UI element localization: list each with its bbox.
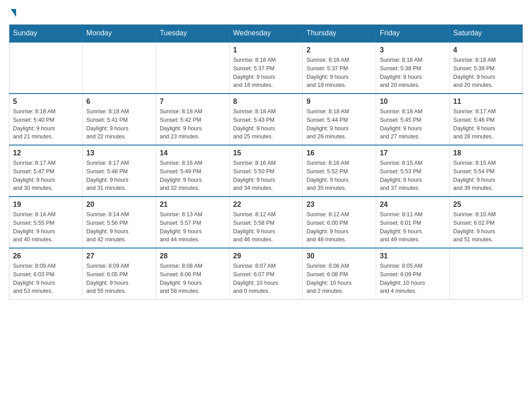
weekday-header-friday: Friday — [376, 25, 450, 43]
calendar-header: SundayMondayTuesdayWednesdayThursdayFrid… — [9, 25, 523, 43]
day-number: 3 — [380, 46, 446, 54]
weekday-header-wednesday: Wednesday — [229, 25, 303, 43]
day-info: Sunrise: 8:18 AMSunset: 5:43 PMDaylight:… — [233, 107, 299, 141]
day-number: 18 — [453, 149, 519, 157]
day-info: Sunrise: 8:12 AMSunset: 5:58 PMDaylight:… — [233, 210, 299, 244]
calendar-body: 1Sunrise: 8:18 AMSunset: 5:37 PMDaylight… — [9, 42, 523, 300]
calendar-cell — [9, 42, 83, 94]
calendar-cell: 3Sunrise: 8:18 AMSunset: 5:38 PMDaylight… — [376, 42, 450, 94]
day-info: Sunrise: 8:11 AMSunset: 6:01 PMDaylight:… — [380, 210, 446, 244]
day-info: Sunrise: 8:14 AMSunset: 5:56 PMDaylight:… — [86, 210, 152, 244]
calendar-cell: 5Sunrise: 8:18 AMSunset: 5:40 PMDaylight… — [9, 94, 83, 145]
calendar-cell: 26Sunrise: 8:09 AMSunset: 6:03 PMDayligh… — [9, 248, 83, 300]
calendar-week-row: 26Sunrise: 8:09 AMSunset: 6:03 PMDayligh… — [9, 248, 523, 300]
day-info: Sunrise: 8:15 AMSunset: 5:53 PMDaylight:… — [380, 159, 446, 193]
day-info: Sunrise: 8:12 AMSunset: 6:00 PMDaylight:… — [306, 210, 372, 244]
calendar-cell: 21Sunrise: 8:13 AMSunset: 5:57 PMDayligh… — [156, 197, 229, 248]
weekday-header-thursday: Thursday — [303, 25, 376, 43]
calendar-cell: 30Sunrise: 8:06 AMSunset: 6:08 PMDayligh… — [303, 248, 376, 300]
weekday-header-tuesday: Tuesday — [156, 25, 229, 43]
day-info: Sunrise: 8:05 AMSunset: 6:09 PMDaylight:… — [380, 262, 446, 295]
day-number: 10 — [380, 98, 446, 106]
day-number: 4 — [453, 46, 519, 54]
day-number: 7 — [160, 98, 226, 106]
calendar-cell: 10Sunrise: 8:18 AMSunset: 5:45 PMDayligh… — [376, 94, 450, 145]
day-info: Sunrise: 8:18 AMSunset: 5:41 PMDaylight:… — [86, 107, 152, 141]
calendar-cell: 29Sunrise: 8:07 AMSunset: 6:07 PMDayligh… — [229, 248, 303, 300]
weekday-header-monday: Monday — [82, 25, 156, 43]
calendar-cell: 18Sunrise: 8:15 AMSunset: 5:54 PMDayligh… — [450, 145, 523, 197]
logo-general — [9, 9, 16, 17]
logo-arrow-icon — [11, 9, 16, 17]
day-info: Sunrise: 8:13 AMSunset: 5:57 PMDaylight:… — [160, 210, 226, 244]
day-number: 8 — [233, 98, 299, 106]
day-number: 14 — [160, 149, 226, 157]
calendar-cell: 27Sunrise: 8:09 AMSunset: 6:05 PMDayligh… — [82, 248, 156, 300]
page-header — [9, 9, 523, 15]
day-number: 22 — [233, 201, 299, 209]
day-info: Sunrise: 8:18 AMSunset: 5:44 PMDaylight:… — [306, 107, 372, 141]
day-number: 28 — [160, 252, 226, 260]
calendar-cell: 8Sunrise: 8:18 AMSunset: 5:43 PMDaylight… — [229, 94, 303, 145]
calendar-cell — [450, 248, 523, 300]
day-number: 23 — [306, 201, 372, 209]
day-number: 25 — [453, 201, 519, 209]
day-number: 30 — [306, 252, 372, 260]
day-info: Sunrise: 8:18 AMSunset: 5:38 PMDaylight:… — [380, 56, 446, 90]
calendar-cell: 9Sunrise: 8:18 AMSunset: 5:44 PMDaylight… — [303, 94, 376, 145]
weekday-header-saturday: Saturday — [450, 25, 523, 43]
calendar-cell: 6Sunrise: 8:18 AMSunset: 5:41 PMDaylight… — [82, 94, 156, 145]
calendar-week-row: 19Sunrise: 8:14 AMSunset: 5:55 PMDayligh… — [9, 197, 523, 248]
day-number: 5 — [13, 98, 79, 106]
day-info: Sunrise: 8:09 AMSunset: 6:05 PMDaylight:… — [86, 262, 152, 295]
calendar-cell: 17Sunrise: 8:15 AMSunset: 5:53 PMDayligh… — [376, 145, 450, 197]
day-info: Sunrise: 8:16 AMSunset: 5:50 PMDaylight:… — [233, 159, 299, 193]
day-number: 31 — [380, 252, 446, 260]
day-info: Sunrise: 8:07 AMSunset: 6:07 PMDaylight:… — [233, 262, 299, 295]
day-info: Sunrise: 8:18 AMSunset: 5:37 PMDaylight:… — [306, 56, 372, 90]
calendar-cell: 22Sunrise: 8:12 AMSunset: 5:58 PMDayligh… — [229, 197, 303, 248]
day-info: Sunrise: 8:17 AMSunset: 5:48 PMDaylight:… — [86, 159, 152, 193]
calendar-cell — [156, 42, 229, 94]
calendar-cell: 14Sunrise: 8:16 AMSunset: 5:49 PMDayligh… — [156, 145, 229, 197]
calendar-cell: 28Sunrise: 8:08 AMSunset: 6:06 PMDayligh… — [156, 248, 229, 300]
day-number: 21 — [160, 201, 226, 209]
calendar-cell: 12Sunrise: 8:17 AMSunset: 5:47 PMDayligh… — [9, 145, 83, 197]
day-number: 29 — [233, 252, 299, 260]
calendar-week-row: 12Sunrise: 8:17 AMSunset: 5:47 PMDayligh… — [9, 145, 523, 197]
day-info: Sunrise: 8:18 AMSunset: 5:39 PMDaylight:… — [453, 56, 519, 90]
day-info: Sunrise: 8:10 AMSunset: 6:02 PMDaylight:… — [453, 210, 519, 244]
logo — [9, 9, 16, 15]
day-info: Sunrise: 8:06 AMSunset: 6:08 PMDaylight:… — [306, 262, 372, 295]
day-info: Sunrise: 8:16 AMSunset: 5:49 PMDaylight:… — [160, 159, 226, 193]
day-number: 27 — [86, 252, 152, 260]
day-info: Sunrise: 8:18 AMSunset: 5:37 PMDaylight:… — [233, 56, 299, 90]
day-info: Sunrise: 8:18 AMSunset: 5:40 PMDaylight:… — [13, 107, 79, 141]
calendar-cell: 23Sunrise: 8:12 AMSunset: 6:00 PMDayligh… — [303, 197, 376, 248]
calendar-cell: 2Sunrise: 8:18 AMSunset: 5:37 PMDaylight… — [303, 42, 376, 94]
calendar-cell: 19Sunrise: 8:14 AMSunset: 5:55 PMDayligh… — [9, 197, 83, 248]
calendar-table: SundayMondayTuesdayWednesdayThursdayFrid… — [9, 24, 523, 300]
day-number: 19 — [13, 201, 79, 209]
day-number: 12 — [13, 149, 79, 157]
calendar-cell — [82, 42, 156, 94]
day-number: 1 — [233, 46, 299, 54]
calendar-cell: 16Sunrise: 8:16 AMSunset: 5:52 PMDayligh… — [303, 145, 376, 197]
weekday-header-row: SundayMondayTuesdayWednesdayThursdayFrid… — [9, 25, 523, 43]
day-number: 16 — [306, 149, 372, 157]
day-number: 20 — [86, 201, 152, 209]
day-number: 2 — [306, 46, 372, 54]
day-number: 24 — [380, 201, 446, 209]
day-info: Sunrise: 8:15 AMSunset: 5:54 PMDaylight:… — [453, 159, 519, 193]
day-number: 17 — [380, 149, 446, 157]
calendar-cell: 11Sunrise: 8:17 AMSunset: 5:46 PMDayligh… — [450, 94, 523, 145]
calendar-cell: 1Sunrise: 8:18 AMSunset: 5:37 PMDaylight… — [229, 42, 303, 94]
day-number: 9 — [306, 98, 372, 106]
day-number: 6 — [86, 98, 152, 106]
day-info: Sunrise: 8:17 AMSunset: 5:46 PMDaylight:… — [453, 107, 519, 141]
calendar-cell: 24Sunrise: 8:11 AMSunset: 6:01 PMDayligh… — [376, 197, 450, 248]
day-number: 11 — [453, 98, 519, 106]
day-number: 26 — [13, 252, 79, 260]
day-number: 13 — [86, 149, 152, 157]
weekday-header-sunday: Sunday — [9, 25, 83, 43]
